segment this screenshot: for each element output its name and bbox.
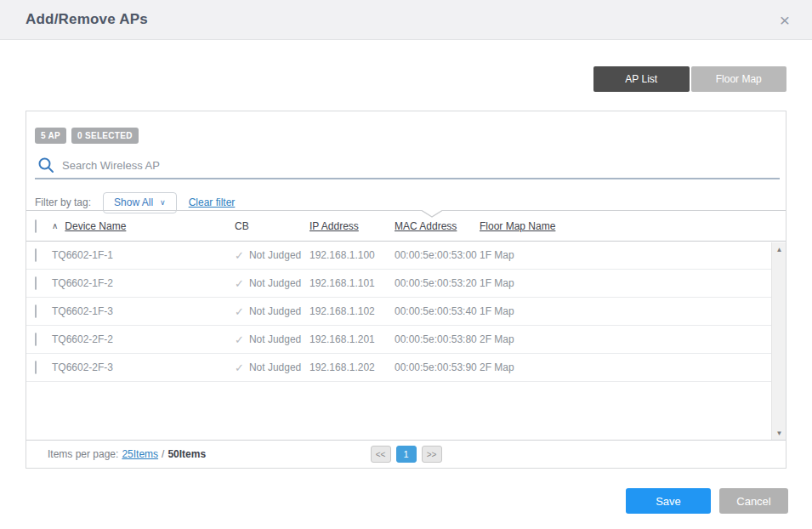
- clear-filter-link[interactable]: Clear filter: [189, 196, 236, 208]
- save-button[interactable]: Save: [626, 488, 711, 514]
- cb-status-cell: Not Judged: [249, 277, 301, 289]
- mac-address-cell: 00:00:5e:00:53:00: [395, 249, 480, 261]
- table-footer: Items per page: 25Items / 50Items << 1 >…: [26, 440, 786, 468]
- device-name-cell: TQ6602-1F-2: [52, 277, 235, 289]
- chevron-down-icon: ∨: [160, 198, 166, 207]
- search-bar: [35, 156, 780, 179]
- device-name-cell: TQ6602-2F-2: [52, 333, 235, 345]
- ip-address-cell: 192.168.1.100: [309, 249, 395, 261]
- cb-status-cell: Not Judged: [249, 305, 301, 317]
- search-icon: [37, 156, 55, 174]
- check-icon: ✓: [235, 305, 244, 318]
- device-name-cell: TQ6602-2F-3: [52, 361, 235, 373]
- table-row[interactable]: TQ6602-1F-2 ✓ Not Judged 192.168.1.101 0…: [26, 270, 773, 298]
- column-mac-address[interactable]: MAC Address: [395, 220, 457, 232]
- scroll-down-icon[interactable]: ▼: [772, 426, 786, 441]
- table-row[interactable]: TQ6602-2F-3 ✓ Not Judged 192.168.1.202 0…: [26, 354, 773, 382]
- cb-status-cell: Not Judged: [249, 333, 301, 345]
- mac-address-cell: 00:00:5e:00:53:40: [395, 305, 480, 317]
- dialog-title: Add/Remove APs: [26, 11, 148, 28]
- ip-address-cell: 192.168.1.202: [309, 361, 395, 373]
- floor-map-name-cell: 2F Map: [480, 361, 773, 373]
- selected-count-badge: 0 SELECTED: [71, 128, 139, 144]
- column-floor-map-name[interactable]: Floor Map Name: [480, 220, 555, 232]
- tab-ap-list[interactable]: AP List: [593, 66, 690, 92]
- floor-map-name-cell: 2F Map: [480, 333, 773, 345]
- floor-map-name-cell: 1F Map: [480, 249, 773, 261]
- row-checkbox[interactable]: [35, 248, 37, 262]
- row-checkbox[interactable]: [35, 276, 37, 290]
- close-icon[interactable]: ×: [780, 11, 790, 29]
- scroll-up-icon[interactable]: ▲: [772, 242, 786, 257]
- floor-map-name-cell: 1F Map: [480, 305, 773, 317]
- mac-address-cell: 00:00:5e:00:53:20: [395, 277, 480, 289]
- pagination: << 1 >>: [26, 446, 786, 463]
- vertical-scrollbar[interactable]: ▲ ▼: [771, 242, 786, 441]
- ap-list-panel: 5 AP 0 SELECTED Filter by tag: Show All …: [26, 111, 786, 469]
- column-device-name[interactable]: Device Name: [65, 220, 126, 232]
- view-tabs: AP List Floor Map: [593, 66, 786, 92]
- check-icon: ✓: [235, 361, 244, 374]
- column-ip-address[interactable]: IP Address: [309, 220, 359, 232]
- pager-next-button[interactable]: >>: [422, 446, 442, 463]
- mac-address-cell: 00:00:5e:00:53:80: [395, 333, 480, 345]
- filter-by-tag-label: Filter by tag:: [35, 196, 91, 208]
- select-all-checkbox[interactable]: [35, 219, 37, 233]
- pager-prev-button[interactable]: <<: [371, 446, 391, 463]
- cb-status-cell: Not Judged: [249, 361, 301, 373]
- ip-address-cell: 192.168.1.102: [309, 305, 395, 317]
- row-checkbox[interactable]: [35, 333, 37, 346]
- device-name-cell: TQ6602-1F-1: [52, 249, 235, 261]
- check-icon: ✓: [235, 249, 244, 262]
- check-icon: ✓: [235, 333, 244, 346]
- table-row[interactable]: TQ6602-2F-2 ✓ Not Judged 192.168.1.201 0…: [26, 326, 773, 354]
- floor-map-name-cell: 1F Map: [480, 277, 773, 289]
- pager-page-1-button[interactable]: 1: [396, 446, 417, 463]
- table-body: TQ6602-1F-1 ✓ Not Judged 192.168.1.100 0…: [26, 242, 773, 382]
- table-row[interactable]: TQ6602-1F-1 ✓ Not Judged 192.168.1.100 0…: [26, 242, 773, 270]
- row-checkbox[interactable]: [35, 304, 37, 318]
- count-badges: 5 AP 0 SELECTED: [35, 128, 139, 144]
- table-header-row: ∧ Device Name CB IP Address MAC Address …: [26, 211, 786, 242]
- row-checkbox[interactable]: [35, 361, 37, 374]
- ip-address-cell: 192.168.1.101: [309, 277, 395, 289]
- dialog-actions: Save Cancel: [626, 488, 788, 514]
- cancel-button[interactable]: Cancel: [719, 488, 788, 514]
- cb-status-cell: Not Judged: [249, 249, 301, 261]
- device-name-cell: TQ6602-1F-3: [52, 305, 235, 317]
- mac-address-cell: 00:00:5e:00:53:90: [395, 361, 480, 373]
- column-cb: CB: [235, 220, 249, 232]
- check-icon: ✓: [235, 277, 244, 290]
- sort-asc-icon[interactable]: ∧: [52, 221, 58, 230]
- tag-filter-value: Show All: [114, 196, 153, 208]
- search-input[interactable]: [62, 159, 780, 175]
- table-row[interactable]: TQ6602-1F-3 ✓ Not Judged 192.168.1.102 0…: [26, 298, 773, 326]
- ip-address-cell: 192.168.1.201: [309, 333, 395, 345]
- tab-floor-map[interactable]: Floor Map: [691, 66, 787, 92]
- ap-count-badge: 5 AP: [35, 128, 66, 144]
- dialog-header: Add/Remove APs ×: [0, 0, 812, 40]
